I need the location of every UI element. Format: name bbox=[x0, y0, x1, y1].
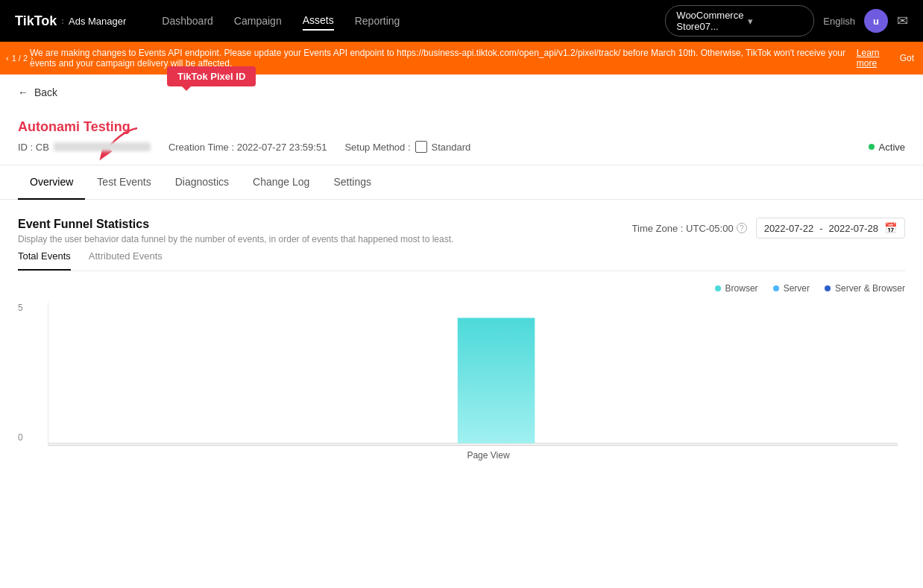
status-dot-icon bbox=[869, 144, 875, 150]
chart-legend: Browser Server Server & Browser bbox=[18, 283, 905, 294]
nav-campaign[interactable]: Campaign bbox=[234, 12, 282, 30]
section-title: Event Funnel Statistics bbox=[18, 218, 453, 231]
banner-message: We are making changes to Events API endp… bbox=[30, 48, 848, 69]
main-content: ← Back TikTok Pixel ID Autonami Testing … bbox=[0, 75, 923, 588]
avatar[interactable]: u bbox=[864, 9, 888, 33]
chart-bar-pageview bbox=[458, 318, 535, 443]
language-selector[interactable]: English bbox=[823, 16, 855, 27]
banner-nav: ‹ 1 / 2 › bbox=[6, 54, 34, 63]
date-range-separator: - bbox=[819, 223, 822, 234]
page-header: TikTok Pixel ID Autonami Testing ID : CB… bbox=[0, 104, 923, 165]
legend-server-browser-label: Server & Browser bbox=[835, 283, 905, 294]
brand-tiktok: TikTok bbox=[15, 13, 57, 29]
legend-server: Server bbox=[773, 283, 810, 294]
event-tab-total[interactable]: Total Events bbox=[18, 250, 71, 271]
legend-browser-dot bbox=[715, 285, 721, 291]
tab-overview[interactable]: Overview bbox=[18, 165, 85, 200]
pixel-creation-time: Creation Time : 2022-07-27 23:59:51 bbox=[168, 142, 327, 153]
store-name: WooCommerce Store07... bbox=[676, 10, 743, 32]
pixel-id-annotation: TikTok Pixel ID bbox=[167, 66, 256, 86]
nav-dashboard[interactable]: Dashboard bbox=[162, 12, 213, 30]
notification-banner: ‹ 1 / 2 › We are making changes to Event… bbox=[0, 42, 923, 75]
chart-y-labels: 5 0 bbox=[18, 303, 40, 444]
back-bar: ← Back bbox=[0, 75, 923, 104]
setup-method-icon bbox=[415, 141, 427, 153]
brand-logo: TikTok : Ads Manager bbox=[15, 13, 126, 29]
timezone-label: Time Zone : UTC-05:00 bbox=[632, 223, 734, 234]
pixel-meta: ID : CB Creation Time : 2022-07-27 23:59… bbox=[18, 141, 905, 153]
date-end: 2022-07-28 bbox=[829, 223, 879, 234]
pixel-id-prefix: ID : CB bbox=[18, 142, 49, 153]
nav-assets[interactable]: Assets bbox=[303, 11, 334, 31]
nav-reporting[interactable]: Reporting bbox=[355, 12, 400, 30]
nav-links: Dashboard Campaign Assets Reporting bbox=[162, 11, 400, 31]
chevron-down-icon: ▾ bbox=[748, 16, 803, 27]
chart-container: 5 0 Page View bbox=[18, 303, 905, 467]
banner-next-icon[interactable]: › bbox=[31, 54, 34, 63]
legend-server-browser-dot bbox=[825, 285, 831, 291]
date-range-picker[interactable]: 2022-07-22 - 2022-07-28 📅 bbox=[756, 218, 905, 238]
pixel-id-value bbox=[54, 142, 151, 151]
date-start: 2022-07-22 bbox=[764, 223, 814, 234]
section-description: Display the user behavior data funnel by… bbox=[18, 234, 453, 244]
y-label-5: 5 bbox=[18, 303, 40, 313]
legend-server-dot bbox=[773, 285, 779, 291]
brand-dot: : bbox=[61, 16, 64, 25]
tab-change-log[interactable]: Change Log bbox=[241, 165, 321, 200]
legend-browser: Browser bbox=[715, 283, 758, 294]
legend-browser-label: Browser bbox=[725, 283, 758, 294]
banner-counter: 1 / 2 bbox=[12, 54, 28, 63]
pixel-status: Active bbox=[869, 142, 905, 153]
section-header: Event Funnel Statistics Display the user… bbox=[18, 218, 905, 244]
tabs-bar: Overview Test Events Diagnostics Change … bbox=[0, 165, 923, 200]
tab-test-events[interactable]: Test Events bbox=[85, 165, 163, 200]
calendar-icon: 📅 bbox=[884, 222, 897, 234]
setup-label: Setup Method : bbox=[344, 142, 410, 153]
top-navigation: TikTok : Ads Manager Dashboard Campaign … bbox=[0, 0, 923, 42]
tab-diagnostics[interactable]: Diagnostics bbox=[163, 165, 241, 200]
y-label-0: 0 bbox=[18, 432, 40, 443]
status-label: Active bbox=[879, 142, 905, 153]
nav-right-section: WooCommerce Store07... ▾ English u ✉ bbox=[665, 5, 908, 37]
section-right: Time Zone : UTC-05:00 ? 2022-07-22 - 202… bbox=[632, 218, 905, 238]
back-arrow-icon: ← bbox=[18, 86, 28, 98]
setup-method-value: Standard bbox=[432, 142, 471, 153]
banner-got[interactable]: Got bbox=[900, 53, 914, 63]
legend-server-label: Server bbox=[784, 283, 810, 294]
legend-server-browser: Server & Browser bbox=[825, 283, 905, 294]
inbox-icon[interactable]: ✉ bbox=[897, 13, 908, 29]
store-selector[interactable]: WooCommerce Store07... ▾ bbox=[665, 5, 814, 37]
pixel-name: Autonami Testing bbox=[18, 119, 905, 135]
pixel-id: ID : CB bbox=[18, 142, 151, 153]
brand-ads-manager: Ads Manager bbox=[69, 16, 126, 27]
timezone-info-icon[interactable]: ? bbox=[737, 223, 747, 233]
banner-learn-more[interactable]: Learn more bbox=[857, 48, 893, 69]
chart-area: Page View bbox=[48, 303, 898, 444]
chart-svg bbox=[48, 303, 898, 444]
timezone-info: Time Zone : UTC-05:00 ? bbox=[632, 223, 747, 234]
event-tabs: Total Events Attributed Events bbox=[18, 250, 905, 271]
event-tab-attributed[interactable]: Attributed Events bbox=[89, 250, 163, 271]
tab-settings[interactable]: Settings bbox=[321, 165, 383, 200]
content-area: Event Funnel Statistics Display the user… bbox=[0, 200, 923, 484]
chart-x-label-pageview: Page View bbox=[459, 450, 518, 461]
chart-baseline bbox=[48, 445, 898, 446]
banner-prev-icon[interactable]: ‹ bbox=[6, 54, 9, 63]
pixel-setup-method: Setup Method : Standard bbox=[344, 141, 470, 153]
back-button[interactable]: Back bbox=[34, 86, 57, 98]
